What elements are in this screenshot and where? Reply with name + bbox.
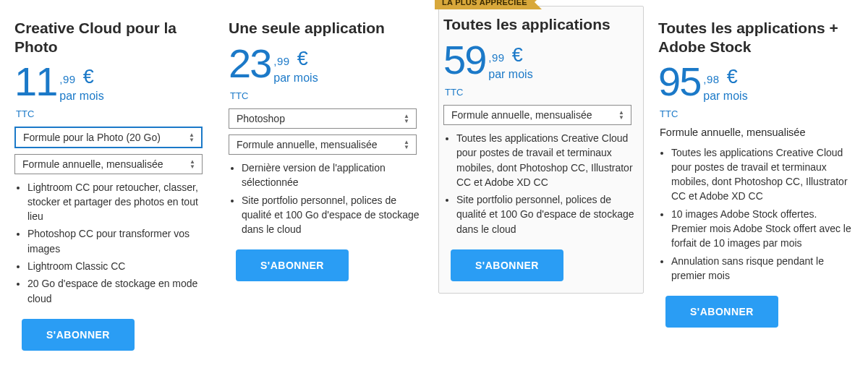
- price: 59 ,99 € par mois: [443, 40, 639, 81]
- subscribe-button[interactable]: S'ABONNER: [236, 249, 349, 281]
- list-item: Site portfolio personnel, polices de qua…: [456, 192, 639, 236]
- storage-select[interactable]: Formule pour la Photo (20 Go) ▲▼: [14, 127, 203, 148]
- tax-label: TTC: [660, 108, 854, 119]
- select-value: Formule annuelle, mensualisée: [451, 109, 592, 121]
- price-major: 11: [14, 61, 56, 102]
- list-item: 20 Go d'espace de stockage en mode cloud: [27, 276, 210, 306]
- currency: €: [297, 48, 308, 70]
- pricing-plans: Creative Cloud pour la Photo 11 ,99 € pa…: [10, 13, 858, 362]
- list-item: Lightroom CC pour retoucher, classer, st…: [27, 180, 210, 224]
- plan-all-apps: LA PLUS APPRÉCIÉE Toutes les application…: [438, 6, 644, 294]
- select-value: Formule pour la Photo (20 Go): [23, 132, 161, 143]
- list-item: Toutes les applications Creative Cloud p…: [671, 145, 854, 204]
- stepper-icon: ▲▼: [187, 159, 197, 169]
- price-period: par mois: [59, 90, 103, 103]
- billing-select[interactable]: Formule annuelle, mensualisée ▲▼: [229, 134, 417, 155]
- feature-list: Lightroom CC pour retoucher, classer, st…: [14, 180, 210, 306]
- currency: €: [83, 66, 94, 88]
- price-period: par mois: [273, 72, 318, 85]
- stepper-icon: ▲▼: [401, 114, 412, 124]
- plan-title: Toutes les applications: [443, 15, 639, 35]
- billing-select[interactable]: Formule annuelle, mensualisée ▲▼: [443, 105, 631, 125]
- stepper-icon: ▲▼: [187, 132, 197, 142]
- stepper-icon: ▲▼: [401, 140, 412, 150]
- billing-label: Formule annuelle, mensualisée: [660, 127, 854, 138]
- price-major: 59: [443, 40, 485, 80]
- price-minor: ,99: [488, 51, 504, 64]
- plan-all-apps-stock: Toutes les applications + Adobe Stock 95…: [654, 13, 858, 339]
- price-minor: ,99: [59, 73, 75, 85]
- select-value: Formule annuelle, mensualisée: [237, 139, 378, 150]
- price: 23 ,99 € par mois: [229, 43, 424, 85]
- tax-label: TTC: [16, 108, 210, 119]
- tax-label: TTC: [230, 90, 424, 101]
- subscribe-button[interactable]: S'ABONNER: [451, 249, 563, 281]
- list-item: Dernière version de l'application sélect…: [242, 161, 424, 190]
- subscribe-button[interactable]: S'ABONNER: [22, 319, 135, 351]
- price-major: 95: [658, 61, 700, 102]
- price: 95 ,98 € par mois: [658, 61, 854, 103]
- select-value: Formule annuelle, mensualisée: [22, 158, 163, 170]
- tax-label: TTC: [445, 87, 639, 98]
- currency: €: [727, 66, 738, 88]
- subscribe-button[interactable]: S'ABONNER: [665, 296, 778, 328]
- feature-list: Dernière version de l'application sélect…: [229, 161, 424, 236]
- plan-photo: Creative Cloud pour la Photo 11 ,99 € pa…: [10, 13, 214, 362]
- price-minor: ,99: [273, 55, 289, 67]
- currency: €: [512, 44, 523, 67]
- feature-list: Toutes les applications Creative Cloud p…: [443, 131, 639, 236]
- stepper-icon: ▲▼: [616, 110, 626, 120]
- select-value: Photoshop: [237, 113, 285, 124]
- plan-single-app: Une seule application 23 ,99 € par mois …: [224, 13, 428, 293]
- list-item: Toutes les applications Creative Cloud p…: [456, 131, 639, 189]
- plan-title: Toutes les applications + Adobe Stock: [658, 19, 854, 57]
- plan-title: Creative Cloud pour la Photo: [14, 19, 210, 57]
- price-period: par mois: [488, 68, 532, 81]
- list-item: Annulation sans risque pendant le premie…: [671, 254, 854, 283]
- price-major: 23: [229, 43, 271, 84]
- feature-list: Toutes les applications Creative Cloud p…: [658, 145, 854, 283]
- price-period: par mois: [703, 90, 747, 103]
- list-item: Lightroom Classic CC: [27, 259, 210, 273]
- price: 11 ,99 € par mois: [14, 61, 210, 103]
- price-minor: ,98: [703, 73, 719, 85]
- plan-title: Une seule application: [229, 19, 424, 39]
- featured-ribbon: LA PLUS APPRÉCIÉE: [435, 0, 535, 9]
- list-item: 10 images Adobe Stock offertes. Premier …: [671, 207, 854, 251]
- list-item: Photoshop CC pour transformer vos images: [27, 226, 210, 256]
- list-item: Site portfolio personnel, polices de qua…: [242, 193, 424, 237]
- app-select[interactable]: Photoshop ▲▼: [229, 108, 417, 129]
- billing-select[interactable]: Formule annuelle, mensualisée ▲▼: [14, 154, 203, 174]
